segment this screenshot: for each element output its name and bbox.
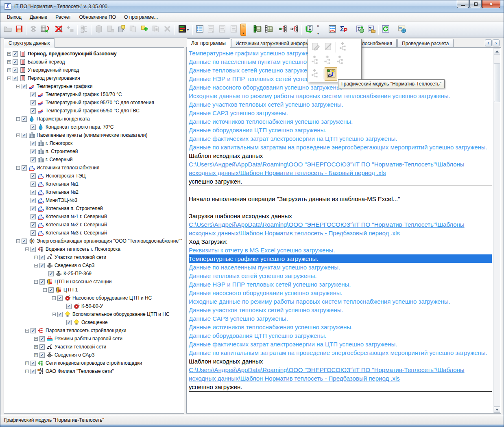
checkbox-checked[interactable]	[31, 206, 36, 211]
add-network-button-2[interactable]	[309, 54, 322, 67]
checkbox-checked[interactable]	[39, 263, 45, 268]
checkbox-checked[interactable]	[13, 59, 18, 65]
checkbox-checked[interactable]	[31, 108, 36, 114]
checkbox-checked[interactable]	[31, 157, 36, 162]
maximize-button[interactable]	[469, 0, 482, 8]
tree-item[interactable]: Температурный график 150/70 °C	[5, 90, 183, 99]
tree-item[interactable]: Котельная №3 г. Северный	[5, 229, 183, 237]
expand-icon[interactable]	[34, 337, 38, 341]
tree-item[interactable]: г. Ясногорск	[5, 139, 183, 147]
expand-icon[interactable]	[34, 353, 38, 357]
checkbox-checked[interactable]	[22, 239, 27, 244]
checkbox-checked[interactable]	[57, 296, 63, 301]
tables-empty-button[interactable]	[263, 24, 275, 35]
toolbar-overflow-button[interactable]	[240, 24, 246, 36]
net-filled-button[interactable]	[277, 24, 289, 35]
cube-copy-button[interactable]	[116, 24, 127, 35]
checkbox-checked[interactable]	[39, 353, 45, 358]
scroll-down-icon[interactable]	[494, 406, 500, 413]
graphic-module-button[interactable]	[325, 67, 337, 81]
checkbox-checked[interactable]	[31, 92, 36, 97]
collapse-icon[interactable]	[16, 239, 20, 243]
tab-scroll-right-button[interactable]: ›	[493, 39, 500, 46]
web-form-button[interactable]	[396, 24, 408, 35]
list-button[interactable]	[194, 24, 205, 35]
collapse-icon[interactable]	[16, 117, 20, 121]
tree-item[interactable]: Период регулирования	[5, 74, 183, 82]
menu-item[interactable]: Расчет	[51, 13, 75, 21]
list-import-button[interactable]	[205, 24, 217, 35]
collapse-icon[interactable]	[43, 288, 47, 292]
preview-document-button[interactable]	[322, 40, 334, 54]
open-button[interactable]	[2, 24, 13, 35]
database-button[interactable]	[93, 24, 105, 35]
collapse-icon[interactable]	[7, 77, 11, 80]
tree-item[interactable]: Паровая теплосеть стройплощадки	[5, 326, 183, 335]
collapse-icon[interactable]	[34, 280, 38, 284]
tree-item[interactable]: Температурные графики	[5, 82, 183, 90]
add-network-button-5[interactable]	[309, 67, 322, 81]
tree-item[interactable]: г. Северный	[5, 155, 183, 164]
tree-item[interactable]: Сведения о САрЗ	[5, 351, 183, 359]
tree-item[interactable]: Конденсат острого пара, 70°C	[5, 123, 183, 131]
list-down-button[interactable]	[217, 24, 228, 35]
list-up-button[interactable]	[228, 24, 240, 35]
tree-item[interactable]: Период, предшествующий базовому	[5, 50, 183, 58]
add-network-button-3[interactable]	[322, 54, 334, 67]
menu-item[interactable]: Выход	[3, 13, 26, 21]
tab-лог-программы[interactable]: Лог программы	[187, 38, 230, 48]
tree-item[interactable]: ЦТП и насосные станции	[5, 278, 183, 286]
expand-icon[interactable]	[7, 68, 11, 72]
excel-reload-button[interactable]	[39, 24, 50, 35]
checkbox-checked[interactable]	[22, 133, 27, 138]
toolbar-overflow-button[interactable]	[315, 24, 321, 36]
log-link[interactable]: C:\Users\Андрей\AppData\Roaming\ООО "ЭНЕ…	[189, 220, 492, 237]
checkbox-checked[interactable]	[39, 255, 45, 260]
expand-icon[interactable]	[25, 370, 29, 373]
expand-icon[interactable]	[7, 60, 11, 64]
checkbox-checked[interactable]	[31, 369, 36, 374]
tree-item[interactable]: Температурный график 95/70 °C для отопле…	[5, 99, 183, 107]
checkbox-checked[interactable]	[13, 51, 18, 57]
tree-item[interactable]: Температурный график 65/50 °C для ГВС	[5, 107, 183, 115]
tree-item[interactable]: Котельная №1	[5, 180, 183, 188]
tree-item[interactable]: Водяная теплосеть г. Ясногорска	[5, 245, 183, 253]
expand-icon[interactable]	[25, 361, 29, 365]
net-empty-button[interactable]	[289, 24, 300, 35]
checkbox-checked[interactable]	[22, 165, 27, 171]
sigma-export-button[interactable]: Σ	[303, 24, 314, 35]
tree-item[interactable]: ОАО Филиал "Тепловые сети"	[5, 367, 183, 375]
delete-button[interactable]	[161, 24, 173, 35]
checkbox-checked[interactable]	[31, 247, 36, 252]
sigma-p-button[interactable]: ΣP	[338, 24, 349, 35]
scrollbar-thumb[interactable]	[494, 64, 500, 102]
tree-item[interactable]: Сведения о САрЗ	[5, 261, 183, 269]
tree-item[interactable]: Участки тепловой сети	[5, 253, 183, 261]
tab-data-structure[interactable]: Структура данных	[4, 38, 55, 48]
checkbox-checked[interactable]	[31, 230, 36, 236]
tree-item[interactable]: ЦТП-1	[5, 286, 183, 294]
collapse-icon[interactable]	[16, 85, 20, 88]
checkbox-checked[interactable]	[13, 68, 18, 73]
checkbox-checked[interactable]	[39, 336, 45, 342]
undo-sync-button[interactable]	[28, 24, 39, 35]
chart-button[interactable]	[176, 24, 191, 35]
collapse-icon[interactable]	[16, 166, 20, 170]
save-button[interactable]	[13, 24, 25, 35]
tree-structure-button[interactable]	[79, 24, 90, 35]
table-delete-button[interactable]	[53, 24, 65, 35]
collapse-icon[interactable]	[16, 134, 20, 137]
tree-item[interactable]: Освещение	[5, 318, 183, 326]
checkbox-checked[interactable]	[13, 76, 18, 81]
checkbox-checked[interactable]	[31, 173, 36, 179]
collapse-icon[interactable]	[34, 264, 38, 267]
doc-list-copy-button[interactable]	[150, 24, 161, 35]
tree-item[interactable]: МиниТЭЦ-№3	[5, 196, 183, 204]
checkbox-checked[interactable]	[48, 287, 54, 293]
tree-item[interactable]: Котельная №2 г. Северный	[5, 221, 183, 229]
menu-item[interactable]: О программе...	[120, 13, 162, 21]
menu-item[interactable]: Данные	[26, 13, 51, 21]
tree-item[interactable]: К-25-ПР-369	[5, 269, 183, 278]
log-link[interactable]: C:\Users\Андрей\AppData\Roaming\ООО "ЭНЕ…	[189, 160, 492, 177]
checkbox-checked[interactable]	[39, 344, 45, 350]
